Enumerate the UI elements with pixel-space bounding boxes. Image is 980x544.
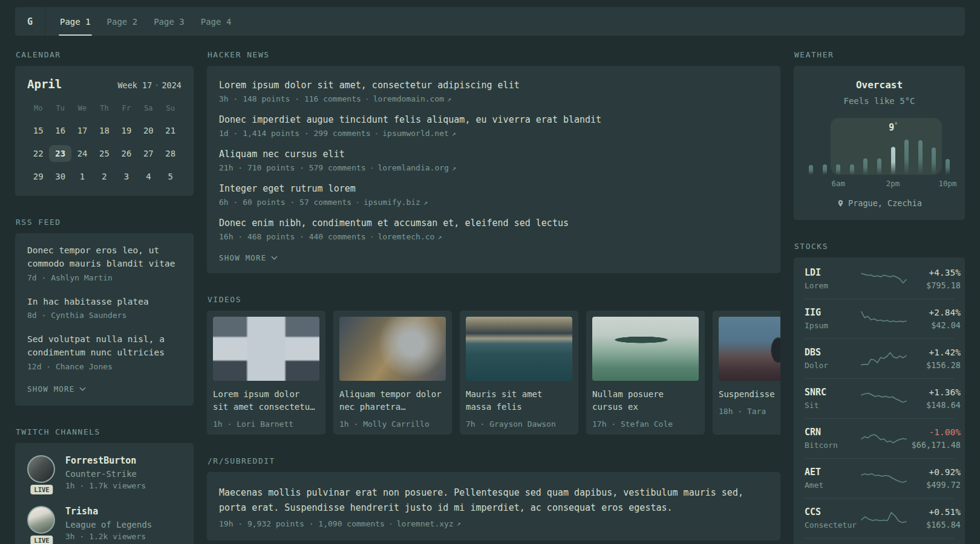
video-title[interactable]: Mauris sit amet massa felis — [466, 388, 572, 413]
stocks-section-title: STOCKS — [794, 242, 964, 251]
video-card[interactable]: Suspendisse diam 18h · Tara — [713, 311, 780, 435]
hackernews-item-meta: 6h · 60 points · 57 comments — [219, 198, 351, 207]
subreddit-post: Maecenas mollis pulvinar erat non posuer… — [219, 474, 768, 528]
chevron-down-icon — [271, 256, 278, 260]
calendar-grid: Mo Tu We Th Fr Sa Su — [27, 104, 181, 185]
stock-row: AHS +0.46% — [805, 538, 954, 544]
hackernews-item-domain-link[interactable]: ipsumify.biz — [364, 198, 420, 207]
separator-dot: · — [351, 198, 364, 207]
stock-price: $156.28 — [907, 360, 961, 370]
twitch-section-title: TWITCH CHANNELS — [16, 427, 193, 436]
rss-widget: Donec tempor eros leo, ut commodo mauris… — [15, 233, 194, 406]
video-title[interactable]: Lorem ipsum dolor sit amet consectetu… — [213, 388, 319, 413]
hackernews-item-domain-link[interactable]: loremdomain.com — [373, 94, 444, 103]
twitch-channel-row[interactable]: LIVE ForrestBurton Counter-Strike 1h · 1… — [27, 455, 181, 490]
video-thumbnail[interactable] — [592, 317, 699, 381]
weather-bar — [877, 158, 881, 175]
show-more-label: SHOW MORE — [27, 384, 75, 393]
video-card[interactable]: Lorem ipsum dolor sit amet consectetu… 1… — [207, 311, 325, 435]
calendar-day: 30 — [49, 168, 71, 185]
stock-symbol[interactable]: CCS — [805, 507, 860, 517]
stock-change-percent: +0.51% — [907, 507, 961, 517]
stock-name: Sit — [805, 401, 860, 410]
stock-symbol[interactable]: IIG — [805, 307, 860, 318]
rss-item-title[interactable]: In hac habitasse platea — [27, 296, 181, 309]
hackernews-item-domain-link[interactable]: ipsumworld.net — [382, 129, 449, 138]
video-title[interactable]: Suspendisse diam — [719, 388, 780, 401]
stock-symbol[interactable]: DBS — [805, 347, 860, 358]
twitch-channel-meta: 3h · 1.2k viewers — [65, 532, 152, 541]
page-tab[interactable]: Page 2 — [106, 7, 139, 36]
stock-row: CCS Consectetur +0.51% $165.84 — [805, 498, 954, 538]
hackernews-item-title[interactable]: Donec imperdiet augue tincidunt felis al… — [219, 114, 768, 125]
video-card[interactable]: Nullam posuere cursus ex 17h · Stefan Co… — [586, 311, 705, 435]
peak-temp-label: 9° — [889, 121, 898, 133]
dashboard-page: G Page 1 Page 2 Page 3 Page 4 CALENDAR A… — [0, 0, 980, 544]
calendar-day: 4 — [137, 168, 159, 185]
hackernews-item-domain-link[interactable]: loremlandia.org — [377, 163, 448, 172]
hackernews-item-title[interactable]: Lorem ipsum dolor sit amet, consectetur … — [219, 80, 768, 91]
subreddit-section-title: /R/SUBREDDIT — [207, 456, 780, 465]
avatar — [27, 506, 55, 534]
video-meta: 18h · Tara — [719, 407, 780, 416]
page-tab[interactable]: Page 4 — [200, 7, 233, 36]
weather-time-label: 10pm — [938, 179, 956, 188]
page-tab[interactable]: Page 1 — [59, 7, 92, 36]
stock-symbol[interactable]: SNRC — [805, 387, 860, 398]
twitch-channel-name[interactable]: ForrestBurton — [65, 455, 146, 466]
video-thumbnail[interactable] — [339, 317, 446, 381]
video-thumbnail[interactable] — [719, 317, 780, 381]
stock-symbol[interactable]: CRN — [805, 427, 860, 438]
stock-change-percent: +4.35% — [907, 268, 961, 277]
live-badge: LIVE — [30, 536, 53, 544]
twitch-channel-name[interactable]: Trisha — [65, 506, 152, 517]
stock-name: Dolor — [805, 361, 860, 370]
separator-dot: · — [385, 519, 397, 528]
hackernews-item-title[interactable]: Donec enim nibh, condimentum et accumsan… — [219, 218, 768, 228]
subreddit-post-title[interactable]: Maecenas mollis pulvinar erat non posuer… — [219, 485, 768, 516]
rss-item-meta: 8d · Cynthia Saunders — [27, 311, 181, 320]
stock-symbol[interactable]: LDI — [805, 267, 860, 278]
video-title[interactable]: Nullam posuere cursus ex — [592, 388, 699, 413]
calendar-day: 18 — [93, 122, 115, 139]
hackernews-item-domain-link[interactable]: loremtech.co — [377, 232, 434, 241]
hackernews-item-title[interactable]: Aliquam nec cursus elit — [219, 149, 768, 160]
subreddit-widget: Maecenas mollis pulvinar erat non posuer… — [207, 472, 780, 540]
stock-sparkline — [860, 349, 907, 368]
twitch-channel-row[interactable]: LIVE Trisha League of Legends 3h · 1.2k … — [27, 506, 181, 541]
stock-symbol[interactable]: AET — [805, 467, 860, 478]
separator-dot: · — [361, 94, 373, 103]
page-tab[interactable]: Page 3 — [152, 7, 186, 36]
app-logo[interactable]: G — [15, 7, 45, 36]
stock-name: Bitcorn — [805, 441, 860, 450]
page-tabs: Page 1 Page 2 Page 3 Page 4 — [59, 7, 232, 36]
subreddit-post-domain-link[interactable]: loremnet.xyz — [397, 519, 454, 528]
rss-item: Sed volutpat nulla nisl, a condimentum n… — [27, 333, 181, 371]
rss-item-title[interactable]: Sed volutpat nulla nisl, a condimentum n… — [27, 333, 181, 360]
external-link-icon: ↗ — [452, 129, 456, 138]
videos-section-title: VIDEOS — [207, 295, 780, 304]
separator-dot: · — [366, 163, 378, 172]
video-thumbnail[interactable] — [466, 317, 572, 381]
separator-dot: · — [366, 232, 378, 241]
calendar-widget: April Week 17·2024 Mo Tu We Th — [15, 66, 194, 196]
rss-item-meta: 12d · Chance Jones — [27, 362, 181, 371]
stock-row: DBS Dolor +1.42% $156.28 — [805, 338, 954, 378]
hackernews-show-more-button[interactable]: SHOW MORE — [219, 253, 768, 262]
calendar-day: 29 — [27, 168, 49, 185]
stock-name: Consectetur — [805, 520, 860, 529]
video-thumbnail[interactable] — [213, 317, 319, 381]
rss-item-meta: 7d · Ashlyn Martin — [27, 273, 181, 282]
video-card[interactable]: Mauris sit amet massa felis 7h · Grayson… — [460, 311, 578, 435]
separator-dot: · — [152, 80, 162, 90]
twitch-widget: LIVE ForrestBurton Counter-Strike 1h · 1… — [15, 443, 194, 544]
external-link-icon: ↗ — [447, 95, 451, 103]
video-title[interactable]: Aliquam tempor dolor nec pharetra… — [339, 388, 446, 413]
calendar-day: 5 — [160, 168, 181, 185]
hackernews-item-title[interactable]: Integer eget rutrum lorem — [219, 183, 768, 194]
rss-item-title[interactable]: Donec tempor eros leo, ut commodo mauris… — [27, 244, 181, 271]
weather-section-title: WEATHER — [794, 50, 964, 59]
calendar-weekday: Mo — [27, 104, 49, 116]
video-card[interactable]: Aliquam tempor dolor nec pharetra… 1h · … — [333, 311, 452, 435]
rss-show-more-button[interactable]: SHOW MORE — [27, 384, 181, 393]
